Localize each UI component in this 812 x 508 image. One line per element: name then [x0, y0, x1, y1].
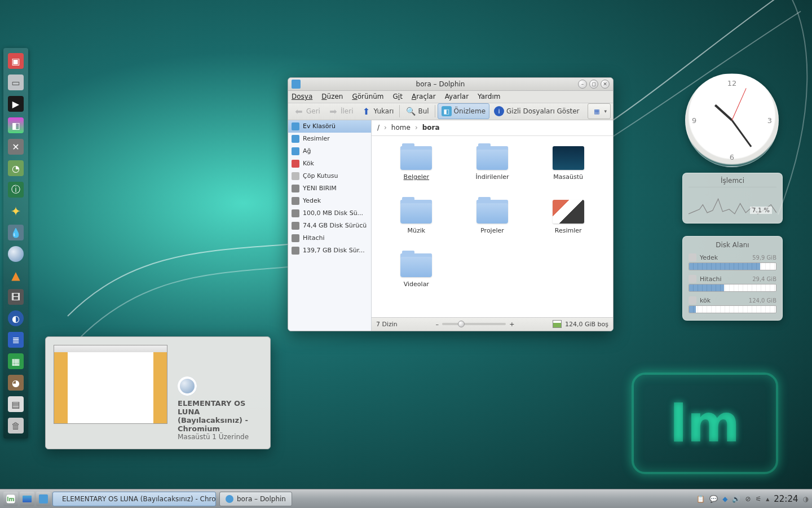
system-tray: 📋 💬 ◆ 🔊 ⊘ ⚟ ▴ 22:24 ◑: [696, 494, 809, 504]
folder-videolar[interactable]: Videolar: [378, 253, 454, 307]
sidebar-item-5[interactable]: YENI BIRIM: [288, 182, 371, 195]
second-hand: [732, 88, 747, 120]
sidebar-item-9[interactable]: Hitachi: [288, 232, 371, 244]
dock-audacity[interactable]: ◐: [5, 309, 27, 328]
breadcrumb[interactable]: / › home › bora: [372, 120, 613, 136]
preview-title: ELEMENTARY OS LUNA (Bayılacaksınız) - Ch…: [178, 399, 262, 433]
minimize-button[interactable]: –: [578, 80, 587, 89]
clock-widget[interactable]: 12 3 6 9: [685, 73, 779, 167]
dock-folder-red[interactable]: ▣: [5, 51, 27, 71]
bc-home[interactable]: home: [391, 124, 411, 132]
toolbar: ⬅Geri ➡İleri ⬆Yukarı 🔍Bul ◧Önizleme iGiz…: [288, 103, 613, 120]
back-button[interactable]: ⬅Geri: [290, 103, 324, 119]
sidebar-item-6[interactable]: Yedek: [288, 195, 371, 207]
dock-trash[interactable]: 🗑: [5, 416, 27, 435]
tray-chat-icon[interactable]: 💬: [709, 495, 718, 503]
dock-info[interactable]: ⓘ: [5, 180, 27, 199]
statusbar: 7 Dizin –+ 124,0 GiB boş: [372, 317, 613, 331]
up-button[interactable]: ⬆Yukarı: [358, 103, 397, 119]
menu-go[interactable]: Git: [393, 93, 403, 100]
mint-logo: lm: [632, 373, 778, 474]
sidebar-item-2[interactable]: Ağ: [288, 145, 371, 157]
menubar: Dosya Düzen Görünüm Git Araçlar Ayarlar …: [288, 91, 613, 103]
folder-i̇ndirilenler[interactable]: İndirilenler: [454, 146, 531, 200]
dock-writer[interactable]: ≣: [5, 330, 27, 349]
show-desktop-button[interactable]: [20, 492, 34, 506]
places-sidebar: Ev KlasörüResimlerAğKökÇöp KutusuYENI BI…: [288, 120, 372, 331]
sidebar-item-3[interactable]: Kök: [288, 157, 371, 170]
tray-clipboard-icon[interactable]: 📋: [696, 495, 705, 503]
dock-disk[interactable]: ◔: [5, 159, 27, 178]
dock-media[interactable]: 🎞: [5, 287, 27, 306]
cpu-value: 7.1 %: [750, 207, 772, 214]
tray-wifi-icon[interactable]: ⚟: [755, 495, 761, 503]
folder-projeler[interactable]: Projeler: [454, 200, 531, 253]
bc-root[interactable]: /: [377, 124, 379, 132]
folder-belgeler[interactable]: Belgeler: [378, 146, 454, 200]
window-title: bora – Dolphin: [303, 80, 578, 88]
dock-calculator[interactable]: ▤: [5, 395, 27, 414]
dock-displays[interactable]: ◧: [5, 116, 27, 135]
dock-settings[interactable]: ✕: [5, 137, 27, 156]
dock-star[interactable]: ✦: [5, 202, 27, 221]
dock: ▣ ▭ ▶ ◧ ✕ ◔ ⓘ ✦ 💧 ▲ 🎞 ◐ ≣ ▦ ◕ ▤ 🗑: [3, 48, 28, 439]
sidebar-item-10[interactable]: 139,7 GB Disk Sür...: [288, 244, 371, 257]
disk-row-0: Yedek59,9 GiB: [689, 253, 776, 261]
tray-volume-icon[interactable]: 🔊: [732, 495, 740, 503]
preview-subtitle: Masaüstü 1 Üzerinde: [178, 433, 262, 441]
folder-masaüstü[interactable]: Masaüstü: [530, 146, 606, 200]
folder-resimler[interactable]: Resimler: [530, 200, 606, 253]
folder-view[interactable]: BelgelerİndirilenlerMasaüstüMüzikProjele…: [372, 136, 613, 317]
cpu-widget[interactable]: İşlemci 7.1 %: [682, 173, 783, 224]
chromium-icon: [178, 376, 197, 396]
maximize-button[interactable]: ◻: [589, 80, 598, 89]
dolphin-window: bora – Dolphin – ◻ ✕ Dosya Düzen Görünüm…: [288, 77, 614, 331]
sidebar-item-4[interactable]: Çöp Kutusu: [288, 170, 371, 182]
close-button[interactable]: ✕: [601, 80, 610, 89]
disk-title: Disk Alanı: [689, 241, 776, 249]
sidebar-item-0[interactable]: Ev Klasörü: [288, 120, 371, 133]
forward-button[interactable]: ➡İleri: [325, 103, 357, 119]
dock-gimp[interactable]: ◕: [5, 373, 27, 392]
tray-expand-icon[interactable]: ▴: [766, 495, 769, 503]
dock-vlc[interactable]: ▲: [5, 266, 27, 285]
preview-button[interactable]: ◧Önizleme: [438, 103, 489, 119]
dock-calc[interactable]: ▦: [5, 352, 27, 371]
dolphin-launcher[interactable]: [36, 492, 51, 506]
taskbar-task-0[interactable]: ELEMENTARY OS LUNA (Bayılacaksınız) - Ch…: [52, 492, 216, 506]
view-mode-button[interactable]: ▦▾: [588, 103, 611, 119]
app-icon: [292, 80, 301, 89]
dock-player[interactable]: ▶: [5, 94, 27, 113]
sidebar-item-8[interactable]: 74,4 GB Disk Sürücü: [288, 220, 371, 232]
tray-updates-icon[interactable]: ◆: [722, 495, 727, 503]
dock-drive[interactable]: ▭: [5, 73, 27, 92]
disk-widget[interactable]: Disk Alanı Yedek59,9 GiBHitachi29,4 GiBk…: [682, 236, 783, 321]
bc-current: bora: [422, 124, 440, 132]
menu-edit[interactable]: Düzen: [321, 93, 343, 100]
tray-network-icon[interactable]: ⊘: [745, 495, 751, 503]
menu-settings[interactable]: Ayarlar: [445, 93, 469, 100]
find-button[interactable]: 🔍Bul: [402, 103, 432, 119]
dock-drop[interactable]: 💧: [5, 223, 27, 242]
taskbar-task-1[interactable]: bora – Dolphin: [219, 492, 292, 506]
free-space: 124,0 GiB boş: [553, 320, 608, 328]
start-button[interactable]: lm: [3, 492, 18, 506]
preview-thumbnail[interactable]: [54, 345, 167, 424]
cpu-title: İşlemci: [689, 177, 776, 185]
menu-file[interactable]: Dosya: [292, 93, 312, 100]
disk-row-2: kök124,0 GiB: [689, 296, 776, 304]
menu-view[interactable]: Görünüm: [352, 93, 383, 100]
zoom-slider[interactable]: –+: [435, 321, 514, 328]
svg-text:lm: lm: [7, 496, 15, 502]
folder-müzik[interactable]: Müzik: [378, 200, 454, 253]
taskbar: lm ELEMENTARY OS LUNA (Bayılacaksınız) -…: [0, 489, 812, 508]
tray-cashew-icon[interactable]: ◑: [803, 495, 809, 503]
show-hidden-button[interactable]: iGizli Dosyaları Göster: [491, 103, 582, 119]
titlebar[interactable]: bora – Dolphin – ◻ ✕: [288, 78, 613, 91]
sidebar-item-1[interactable]: Resimler: [288, 133, 371, 145]
dock-chromium[interactable]: [5, 244, 27, 264]
sidebar-item-7[interactable]: 100,0 MB Disk Sü...: [288, 207, 371, 220]
menu-tools[interactable]: Araçlar: [412, 93, 436, 100]
menu-help[interactable]: Yardım: [478, 93, 500, 100]
tray-clock[interactable]: 22:24: [774, 494, 798, 504]
